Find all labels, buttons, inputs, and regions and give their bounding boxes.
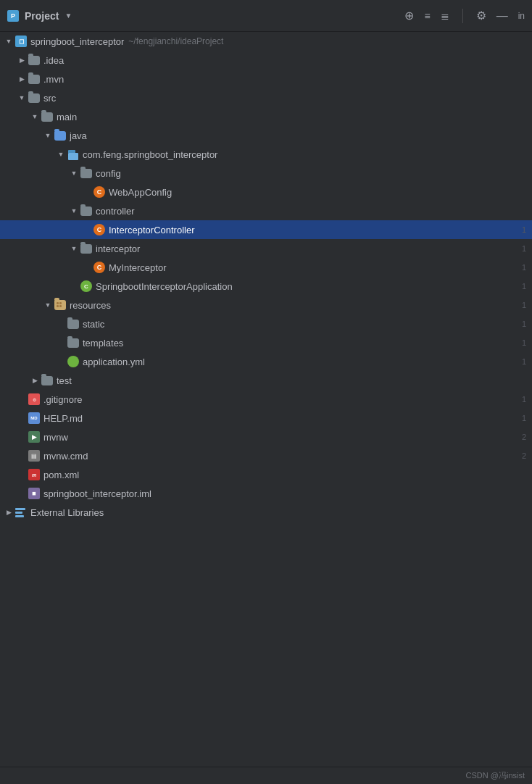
tree-item-idea[interactable]: ▶ .idea (0, 51, 532, 70)
label-config_dir: config (96, 168, 121, 179)
label-application_yml: application.yml (83, 356, 145, 367)
label-pom_xml: pom.xml (43, 470, 79, 480)
toolbar-dropdown-arrow[interactable]: ▼ (65, 12, 72, 20)
icon-src (28, 91, 41, 104)
label-help_md: HELP.md (43, 413, 83, 424)
icon-interceptorcontroller: C (93, 223, 106, 236)
tree-item-ext_libs[interactable]: ▶ External Libraries (0, 503, 532, 522)
toolbar-actions: ⊕ ≡ ≣ ⚙ — in (404, 9, 525, 23)
crosshair-icon[interactable]: ⊕ (404, 9, 414, 22)
arrow-collapse-com_feng[interactable]: ▼ (55, 149, 67, 160)
project-tree[interactable]: ▼ ◻ springboot_interceptor ~/fengjianchi… (0, 32, 532, 784)
arrow-expand-mvn[interactable]: ▶ (16, 73, 28, 85)
tree-item-springapp[interactable]: C SpringbootInterceptorApplication 1 (0, 277, 532, 296)
toolbar-divider (462, 9, 463, 23)
label-java: java (70, 130, 87, 141)
label-src: src (43, 93, 56, 104)
tree-item-main[interactable]: ▼ main (0, 107, 532, 126)
label-springapp: SpringbootInterceptorApplication (96, 281, 233, 292)
tree-item-root[interactable]: ▼ ◻ springboot_interceptor ~/fengjianchi… (0, 32, 532, 51)
collapse-all-icon[interactable]: ≡ (424, 10, 430, 22)
label-templates_dir: templates (83, 338, 123, 349)
tree-item-application_yml[interactable]: application.yml 1 (0, 352, 532, 371)
line-num-interceptorcontroller: 1 (522, 225, 526, 234)
minimize-icon[interactable]: — (496, 9, 508, 22)
icon-controller_dir (80, 204, 93, 217)
tree-item-java[interactable]: ▼ java (0, 126, 532, 145)
icon-interceptor_dir (80, 242, 93, 255)
label-gitignore: .gitignore (43, 394, 82, 405)
arrow-collapse-main[interactable]: ▼ (29, 111, 41, 122)
tree-item-src[interactable]: ▼ src (0, 88, 532, 107)
arrow-expand-idea[interactable]: ▶ (16, 54, 28, 66)
path-hint-root: ~/fengjianchi/ideaProject (128, 36, 223, 46)
tree-item-interceptorcontroller[interactable]: C InterceptorController 1 (0, 220, 532, 239)
toolbar: P Project ▼ ⊕ ≡ ≣ ⚙ — in (0, 0, 532, 32)
icon-myinterceptor: C (93, 261, 106, 274)
status-bar: CSDN @冯insist (0, 767, 532, 784)
icon-com_feng (67, 148, 80, 161)
arrow-expand-ext_libs[interactable]: ▶ (3, 506, 14, 518)
line-num-help_md: 1 (522, 414, 526, 422)
line-num-myinterceptor: 1 (522, 263, 526, 272)
tree-item-myinterceptor[interactable]: C MyInterceptor 1 (0, 258, 532, 277)
icon-mvn (28, 72, 41, 86)
tree-item-iml_file[interactable]: ◼ springboot_interceptor.iml (0, 484, 532, 503)
icon-gitignore: ⚙ (28, 393, 41, 406)
tree-item-pom_xml[interactable]: m pom.xml (0, 465, 532, 484)
label-mvn: .mvn (43, 74, 64, 85)
icon-mvnw_cmd: ▤ (28, 449, 41, 462)
project-icon: P (7, 10, 19, 22)
tree-item-mvnw[interactable]: ▶ mvnw 2 (0, 428, 532, 446)
expand-all-icon[interactable]: ≣ (441, 10, 449, 22)
tree-item-mvnw_cmd[interactable]: ▤ mvnw.cmd 2 (0, 446, 532, 465)
tree-item-help_md[interactable]: MD HELP.md 1 (0, 409, 532, 428)
label-root: springboot_interceptor (30, 36, 124, 47)
tree-item-gitignore[interactable]: ⚙ .gitignore 1 (0, 390, 532, 409)
icon-config_dir (80, 167, 93, 180)
icon-root: ◻ (14, 35, 28, 48)
tree-item-interceptor_dir[interactable]: ▼ interceptor 1 (0, 239, 532, 258)
icon-java (54, 129, 67, 142)
label-webappconfig: WebAppConfig (109, 187, 172, 198)
tree-item-config_dir[interactable]: ▼ config (0, 164, 532, 183)
icon-webappconfig: C (93, 185, 106, 199)
tree-item-test_dir[interactable]: ▶ test (0, 371, 532, 390)
label-mvnw: mvnw (43, 432, 68, 443)
status-text: CSDN @冯insist (466, 770, 525, 781)
label-test_dir: test (57, 375, 72, 386)
arrow-collapse-resources_dir[interactable]: ▼ (42, 299, 54, 311)
arrow-collapse-interceptor_dir[interactable]: ▼ (68, 243, 80, 254)
tree-item-controller_dir[interactable]: ▼ controller (0, 201, 532, 220)
arrow-collapse-java[interactable]: ▼ (42, 130, 54, 141)
icon-ext_libs (14, 506, 28, 519)
icon-static_dir (67, 317, 80, 330)
icon-help_md: MD (28, 412, 41, 425)
label-com_feng: com.feng.springboot_interceptor (83, 149, 217, 160)
line-num-interceptor_dir: 1 (522, 244, 526, 253)
line-num-springapp: 1 (522, 282, 526, 291)
icon-iml_file: ◼ (28, 487, 41, 500)
icon-pom_xml: m (28, 468, 41, 481)
arrow-expand-test_dir[interactable]: ▶ (29, 375, 41, 386)
tree-item-resources_dir[interactable]: ▼ resources 1 (0, 296, 532, 314)
line-num-application_yml: 1 (522, 357, 526, 366)
tree-item-templates_dir[interactable]: templates 1 (0, 333, 532, 352)
label-iml_file: springboot_interceptor.iml (43, 488, 151, 499)
tree-item-com_feng[interactable]: ▼ com.feng.springboot_interceptor (0, 145, 532, 164)
label-myinterceptor: MyInterceptor (109, 262, 166, 273)
label-interceptorcontroller: InterceptorController (109, 225, 195, 235)
line-num-static_dir: 1 (522, 320, 526, 328)
line-num-gitignore: 1 (522, 395, 526, 404)
tree-item-mvn[interactable]: ▶ .mvn (0, 70, 532, 88)
line-num-templates_dir: 1 (522, 338, 526, 347)
arrow-collapse-config_dir[interactable]: ▼ (68, 167, 80, 179)
settings-icon[interactable]: ⚙ (476, 9, 486, 22)
pin-label[interactable]: in (518, 11, 525, 21)
arrow-collapse-controller_dir[interactable]: ▼ (68, 205, 80, 217)
arrow-collapse-root[interactable]: ▼ (3, 36, 14, 47)
label-resources_dir: resources (70, 300, 111, 311)
arrow-collapse-src[interactable]: ▼ (16, 92, 28, 104)
tree-item-webappconfig[interactable]: C WebAppConfig (0, 183, 532, 201)
tree-item-static_dir[interactable]: static 1 (0, 314, 532, 333)
